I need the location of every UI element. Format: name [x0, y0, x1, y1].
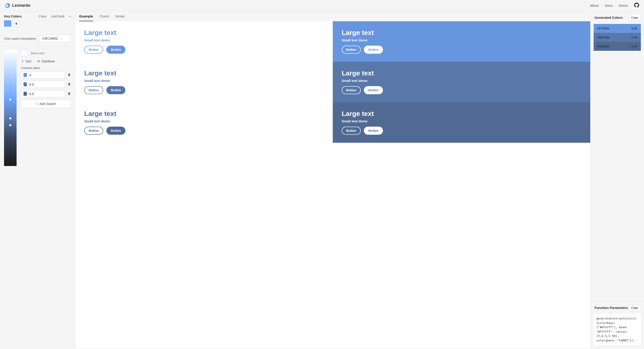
generated-ratio: 5.49	[631, 44, 637, 48]
colorspace-label: Color space interpolation	[4, 37, 36, 40]
base-color-swatch[interactable]	[21, 50, 28, 56]
contrast-ratios-label: Contrast ratios	[21, 66, 71, 70]
nav-demo[interactable]: Demo	[619, 3, 628, 7]
generated-ratio: 4.49	[631, 35, 637, 39]
example-small-text: Small text demo	[84, 38, 324, 42]
gradient-strip[interactable]	[4, 50, 16, 166]
example-button-outline[interactable]: Button	[342, 46, 361, 54]
add-swatch-label: Add Swatch	[40, 102, 56, 106]
top-nav: About Docs Demo	[590, 3, 639, 8]
generated-color-row[interactable]: #506a935.49	[594, 42, 641, 51]
ratio-input[interactable]	[21, 71, 65, 78]
ratio-color-chip	[24, 92, 27, 96]
tab-model[interactable]: Model	[116, 14, 125, 21]
generated-hex: #6796de	[597, 27, 610, 30]
example-button-outline[interactable]: Button	[342, 127, 361, 135]
generated-ratio: 3.00	[631, 27, 637, 30]
example-large-text: Large text	[342, 110, 581, 117]
brand: Leonardo	[5, 3, 30, 8]
plus-icon: +	[36, 102, 38, 106]
example-large-text: Large text	[342, 69, 581, 77]
delete-ratio-button[interactable]	[68, 82, 71, 87]
ratio-value-field[interactable]	[29, 92, 63, 96]
add-bulk-button[interactable]: Add Bulk	[51, 14, 64, 18]
colorspace-select[interactable]: CIECAM02 ⌄	[39, 35, 71, 42]
chevron-down-icon: ⌄	[61, 37, 63, 40]
tab-example[interactable]: Example	[79, 14, 93, 21]
delete-ratio-button[interactable]	[68, 92, 71, 96]
example-large-text: Large text	[84, 110, 324, 117]
example-button-outline[interactable]: Button	[342, 86, 361, 94]
example-small-text: Small text demo	[342, 38, 581, 42]
github-link[interactable]	[634, 3, 639, 8]
tabs: Example Charts Model	[75, 11, 590, 21]
key-color-swatch[interactable]	[4, 20, 11, 27]
ratio-value-field[interactable]	[29, 73, 63, 77]
example-small-text: Small text demo	[84, 119, 324, 123]
copy-colors-button[interactable]: Copy	[628, 14, 641, 21]
example-button-filled[interactable]: Button	[106, 86, 126, 94]
gradient-handle[interactable]	[9, 98, 12, 101]
gradient-handle[interactable]	[9, 117, 12, 119]
brand-name: Leonardo	[12, 3, 30, 8]
ratio-color-chip	[24, 73, 27, 77]
trash-icon	[68, 73, 71, 76]
distribute-button[interactable]: Distribute	[37, 59, 55, 63]
generated-color-row[interactable]: #5878aa4.49	[594, 33, 641, 42]
ratio-input[interactable]	[21, 90, 65, 97]
generated-hex: #5878aa	[597, 35, 610, 39]
example-button-filled[interactable]: Button	[106, 127, 126, 135]
ratio-value-field[interactable]	[29, 82, 63, 86]
example-button-outline[interactable]: Button	[84, 127, 103, 135]
example-button-filled[interactable]: Button	[106, 46, 126, 54]
example-large-text: Large text	[84, 29, 324, 36]
colorspace-value: CIECAM02	[42, 37, 58, 40]
trash-icon	[68, 92, 71, 95]
function-params-title: Function Parameters	[594, 306, 628, 310]
add-key-color-icon[interactable]: +	[69, 14, 71, 18]
gradient-handle[interactable]	[9, 124, 12, 126]
example-button-outline[interactable]: Button	[84, 86, 103, 94]
example-button-filled[interactable]: Button	[364, 46, 383, 54]
ratio-input[interactable]	[21, 81, 65, 88]
sort-label: Sort	[26, 59, 31, 63]
generated-hex: #506a93	[597, 44, 610, 48]
nav-about[interactable]: About	[590, 3, 599, 7]
distribute-icon	[37, 60, 40, 63]
example-small-text: Small text demo	[342, 79, 581, 82]
key-colors-title: Key Colors	[4, 14, 22, 18]
example-button-outline[interactable]: Button	[84, 46, 103, 54]
generated-colors-title: Generated Colors	[594, 16, 623, 19]
generated-color-row[interactable]: #6796de3.00	[594, 24, 641, 33]
distribute-label: Distribute	[42, 59, 55, 63]
right-panel: Generated Colors Copy #6796de3.00#5878aa…	[590, 11, 644, 348]
delete-ratio-button[interactable]	[68, 73, 71, 77]
sort-button[interactable]: Sort	[21, 59, 31, 63]
copy-params-button[interactable]: Copy	[628, 305, 641, 311]
clear-button[interactable]: Clear	[38, 14, 46, 18]
tab-charts[interactable]: Charts	[100, 14, 109, 21]
function-params-code: generateContrastColors({colorKeys: ["#6f…	[594, 314, 641, 345]
trash-icon	[68, 82, 71, 86]
example-button-filled[interactable]: Button	[364, 127, 383, 135]
example-button-filled[interactable]: Button	[364, 86, 383, 94]
add-swatch-button[interactable]: + Add Swatch	[21, 100, 71, 108]
example-small-text: Small text demo	[342, 119, 581, 123]
left-panel: Key Colors Clear Add Bulk + Color space …	[0, 11, 75, 348]
center-panel: Example Charts Model Large text Small te…	[75, 11, 590, 348]
delete-key-color-button[interactable]	[13, 20, 20, 27]
brand-logo-icon	[5, 3, 10, 8]
example-large-text: Large text	[84, 69, 324, 77]
ratio-color-chip	[24, 82, 27, 86]
example-small-text: Small text demo	[84, 79, 324, 82]
example-large-text: Large text	[342, 29, 581, 36]
github-icon	[634, 3, 639, 7]
trash-icon	[15, 22, 18, 25]
base-color-label: Base color	[31, 51, 44, 55]
sort-icon	[21, 60, 24, 63]
nav-docs[interactable]: Docs	[605, 3, 613, 7]
